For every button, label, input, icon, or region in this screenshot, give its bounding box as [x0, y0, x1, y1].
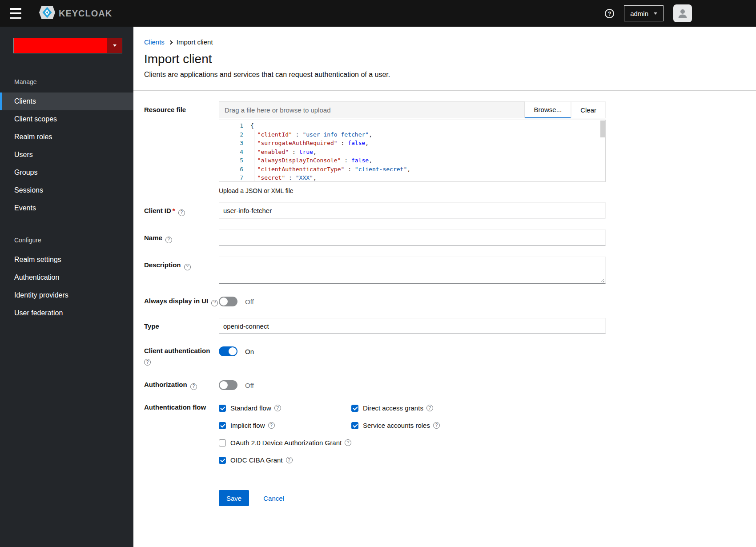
description-label: Description? — [144, 257, 219, 270]
name-input[interactable] — [219, 229, 606, 245]
help-icon[interactable]: ? — [211, 300, 218, 306]
checkbox[interactable] — [219, 457, 226, 464]
keycloak-logo-icon — [39, 6, 55, 21]
keycloak-logo[interactable]: KEYCLOAK — [39, 6, 112, 21]
editor-scrollbar-thumb[interactable] — [600, 121, 605, 137]
sidebar-item-user-federation[interactable]: User federation — [0, 304, 133, 322]
auth-flow-row: Authentication flow Standard flow ? Dire… — [144, 402, 606, 464]
json-punct: , — [313, 174, 317, 181]
help-icon[interactable]: ? — [268, 422, 275, 429]
line-number: 6 — [219, 165, 243, 174]
json-boolean: false — [348, 140, 365, 146]
code-line: 1{ — [219, 121, 605, 130]
json-punct: , — [369, 157, 372, 164]
json-indent — [250, 174, 257, 181]
nav-section-configure: Configure — [0, 229, 133, 251]
json-indent — [250, 131, 257, 138]
line-number: 3 — [219, 139, 243, 148]
chevron-right-icon — [168, 40, 173, 44]
json-string: "XXX" — [296, 174, 313, 181]
hamburger-menu-icon[interactable] — [10, 8, 23, 19]
json-string: "client-secret" — [355, 166, 407, 173]
avatar[interactable] — [673, 4, 692, 22]
authorization-toggle[interactable] — [219, 380, 237, 390]
sidebar-item-clients[interactable]: Clients — [0, 93, 133, 110]
help-icon[interactable]: ? — [165, 237, 172, 243]
help-icon[interactable]: ? — [286, 457, 293, 463]
json-boolean: false — [351, 157, 369, 164]
resource-file-control: Browse... Clear 1{ 2 "clientId" : "user-… — [219, 101, 606, 194]
user-menu-dropdown[interactable]: admin — [624, 5, 664, 21]
checkbox[interactable] — [351, 422, 358, 429]
checkbox-item-standard-flow[interactable]: Standard flow ? — [219, 404, 351, 412]
main-content: Clients Import client Import client Clie… — [133, 27, 756, 547]
realm-caret[interactable] — [107, 38, 122, 53]
masthead: KEYCLOAK ? admin — [0, 0, 756, 27]
client-auth-toggle[interactable] — [219, 346, 237, 356]
checkbox[interactable] — [219, 439, 226, 446]
sidebar-item-authentication[interactable]: Authentication — [0, 269, 133, 286]
help-icon[interactable]: ? — [178, 209, 185, 216]
checkbox-item-oidc-ciba-grant[interactable]: OIDC CIBA Grant ? — [219, 456, 606, 464]
checkbox-item-service-accounts-roles[interactable]: Service accounts roles ? — [351, 422, 606, 429]
code-text: "enabled" : true, — [243, 148, 317, 157]
json-punct: , — [369, 131, 372, 138]
file-upload-input[interactable] — [219, 101, 525, 118]
code-line: 4 "enabled" : true, — [219, 148, 605, 157]
sidebar-item-groups[interactable]: Groups — [0, 164, 133, 181]
always-display-toggle[interactable] — [219, 297, 237, 306]
sidebar-item-users[interactable]: Users — [0, 146, 133, 164]
json-separator: : — [338, 140, 348, 146]
sidebar-item-realm-settings[interactable]: Realm settings — [0, 251, 133, 269]
toggle-state-label: Off — [245, 298, 254, 306]
client-id-input[interactable] — [219, 202, 606, 218]
help-icon[interactable]: ? — [345, 439, 351, 446]
checkbox-item-implicit-flow[interactable]: Implicit flow ? — [219, 422, 351, 429]
label-text: Authorization — [144, 381, 187, 388]
code-text: "clientId" : "user-info-fetcher", — [243, 130, 372, 139]
help-icon[interactable]: ? — [433, 422, 440, 429]
breadcrumb-link-clients[interactable]: Clients — [144, 38, 165, 46]
checkbox[interactable] — [219, 422, 226, 429]
save-button[interactable]: Save — [219, 490, 249, 506]
always-display-label: Always display in UI? — [144, 296, 219, 306]
form-actions-row: Save Cancel — [144, 490, 606, 506]
checkbox[interactable] — [351, 405, 358, 412]
checkbox[interactable] — [219, 405, 226, 412]
client-id-label: Client ID*? — [144, 202, 219, 216]
code-text: "alwaysDisplayInConsole" : false, — [243, 156, 372, 165]
sidebar-item-client-scopes[interactable]: Client scopes — [0, 110, 133, 128]
help-icon[interactable]: ? — [184, 264, 191, 270]
toggle-state-label: Off — [245, 382, 254, 389]
checkbox-label: Direct access grants — [363, 404, 423, 412]
cancel-link[interactable]: Cancel — [263, 495, 284, 502]
json-punct: , — [407, 166, 410, 173]
type-input[interactable] — [219, 318, 606, 334]
help-icon[interactable]: ? — [605, 9, 614, 18]
checkbox-item-direct-access-grants[interactable]: Direct access grants ? — [351, 404, 606, 412]
checkbox-item-oauth-device-grant[interactable]: OAuth 2.0 Device Authorization Grant ? — [219, 439, 606, 446]
file-upload-bar: Browse... Clear — [219, 101, 606, 118]
help-icon[interactable]: ? — [190, 383, 197, 390]
code-text: "clientAuthenticatorType" : "client-secr… — [243, 165, 410, 174]
browse-button[interactable]: Browse... — [525, 101, 571, 118]
page-subtitle: Clients are applications and services th… — [144, 71, 606, 79]
checkbox-label: Implicit flow — [230, 422, 265, 429]
help-icon[interactable]: ? — [144, 359, 151, 366]
sidebar-item-identity-providers[interactable]: Identity providers — [0, 286, 133, 304]
clear-button[interactable]: Clear — [571, 101, 606, 118]
realm-selector[interactable] — [13, 38, 122, 53]
required-asterisk: * — [173, 207, 175, 214]
help-icon[interactable]: ? — [274, 405, 281, 411]
sidebar-item-events[interactable]: Events — [0, 199, 133, 217]
code-line: 7 "secret" : "XXX", — [219, 173, 605, 182]
sidebar-item-sessions[interactable]: Sessions — [0, 181, 133, 199]
chevron-down-icon — [113, 44, 117, 47]
help-icon[interactable]: ? — [426, 405, 433, 411]
json-code-editor[interactable]: 1{ 2 "clientId" : "user-info-fetcher", 3… — [219, 120, 606, 182]
sidebar: Manage Clients Client scopes Realm roles… — [0, 27, 133, 547]
label-text: Description — [144, 261, 181, 269]
json-punct: , — [365, 140, 369, 146]
sidebar-item-realm-roles[interactable]: Realm roles — [0, 128, 133, 146]
description-textarea[interactable] — [219, 257, 606, 284]
